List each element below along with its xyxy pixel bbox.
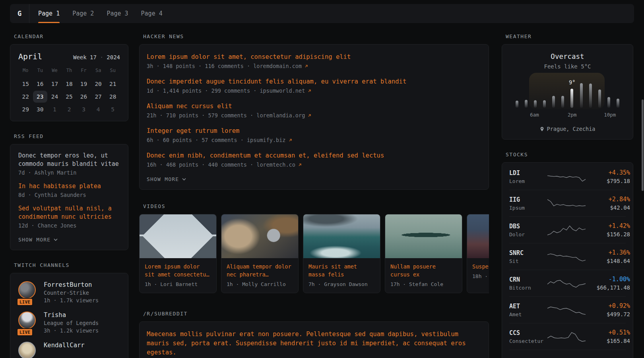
hacker-news-item: Donec enim nibh, condimentum et accumsan… [147,152,481,168]
video-card[interactable]: Aliquam tempor dolor nec pharetra…1h · M… [221,214,299,293]
hacker-news-item-title[interactable]: Aliquam nec cursus elit [147,102,481,111]
stock-price: $42.04 [586,204,630,211]
stock-change: +1.42% [586,222,630,230]
hacker-news-widget: HACKER NEWS Lorem ipsum dolor sit amet, … [139,33,489,190]
twitch-section-title: TWITCH CHANNELS [14,262,128,268]
hacker-news-item-meta: 1d · 1,414 points · 299 comments · ipsum… [147,88,481,94]
rss-card: Donec tempor eros leo, ut commodo mauris… [10,144,128,250]
stock-name: Consectetur [509,338,547,344]
stock-values: +1.42%$156.28 [586,222,630,237]
external-link-icon [288,138,293,142]
rss-item-meta: 7d · Ashlyn Martin [18,169,120,176]
calendar-day: 26 [76,91,91,103]
weather-bar [543,100,546,108]
channel-info: ForrestBurtonCounter-Strike1h · 1.7k vie… [44,281,99,304]
tab-page-1[interactable]: Page 1 [38,4,60,23]
stock-row[interactable]: DBSDolor+1.42%$156.28 [509,216,626,243]
daylight-highlight-zone [529,73,605,109]
stock-id: CCSConsectetur [509,329,547,344]
stock-id: AETAmet [509,303,547,317]
hacker-news-item-title[interactable]: Integer eget rutrum lorem [147,127,481,135]
hacker-news-item-meta: 21h · 710 points · 579 comments · loreml… [147,112,481,119]
weather-time-label: 10pm [604,112,616,118]
stock-row[interactable]: AETAmet+0.92%$499.72 [509,296,626,323]
stock-row[interactable]: LDILorem+4.35%$795.18 [509,163,626,190]
rss-item-title[interactable]: In hac habitasse platea [18,182,120,191]
calendar-day: 3 [76,103,91,115]
hacker-news-item: Donec imperdiet augue tincidunt felis al… [147,78,481,94]
video-thumbnail [303,214,380,258]
tab-page-2[interactable]: Page 2 [72,4,94,23]
hacker-news-item-meta-text: 16h · 468 points · 440 comments · loremt… [147,161,295,168]
hacker-news-item-title[interactable]: Donec imperdiet augue tincidunt felis al… [147,78,481,86]
sparkline-svg [547,330,586,343]
sparkline-svg [547,303,586,317]
rss-section-title: RSS FEED [14,133,128,139]
calendar-day: 22 [18,91,33,103]
avatar-wrap: LIVE [18,311,37,334]
calendar-day-name: Th [62,68,77,77]
stock-name: Amet [509,311,547,317]
video-meta: 17h · Stefan Cole [390,281,457,287]
stock-sparkline [547,223,586,237]
video-card[interactable]: Lorem ipsum dolor sit amet consectetu…1h… [139,214,217,293]
tab-page-3[interactable]: Page 3 [107,4,128,23]
hacker-news-item-title[interactable]: Donec enim nibh, condimentum et accumsan… [147,152,481,160]
rss-item-meta: 12d · Chance Jones [18,222,120,229]
video-card-row: Lorem ipsum dolor sit amet consectetu…1h… [139,214,489,293]
weather-bar [552,96,555,108]
left-column: CALENDAR April Week 17 · 2024 MoTuWeThFr… [10,33,128,358]
channel-name: Trisha [44,311,99,319]
twitch-channel-row[interactable]: LIVEForrestBurtonCounter-Strike1h · 1.7k… [18,281,120,304]
calendar-day: 30 [33,103,48,115]
page-tabs: Page 1Page 2Page 3Page 4 [29,4,163,23]
weather-bar [580,83,583,108]
stock-sparkline [547,356,586,358]
calendar-week: Week 17 · 2024 [73,54,120,60]
rss-item: Sed volutpat nulla nisl, a condimentum n… [18,204,120,229]
video-card[interactable]: Mauris sit amet massa felis7h · Grayson … [303,214,380,293]
top-nav: G Page 1Page 2Page 3Page 4 [10,4,634,23]
subreddit-widget: /R/SUBREDDIT Maecenas mollis pulvinar er… [139,311,489,358]
sparkline-svg [547,276,586,290]
stock-row[interactable]: SNRCSit+1.36%$148.64 [509,243,626,270]
stock-id: IIGIpsum [509,196,547,211]
stock-row[interactable]: IIGIpsum+2.84%$42.04 [509,190,626,216]
stock-row[interactable]: CRNBitcorn-1.00%$66,171.48 [509,270,626,296]
tab-page-4[interactable]: Page 4 [141,4,163,23]
weather-time-label: 6am [530,112,539,118]
stock-price: $156.28 [586,231,630,237]
live-badge: LIVE [17,298,33,306]
video-card[interactable]: Nullam posuere cursus ex17h · Stefan Col… [385,214,462,293]
scrollbar[interactable] [642,99,644,191]
calendar-day: 2 [62,103,77,115]
video-title: Lorem ipsum dolor sit amet consectetu… [145,263,211,278]
twitch-channel-row[interactable]: LIVETrishaLeague of Legends3h · 1.2k vie… [18,311,120,334]
twitch-channel-row[interactable]: KendallCarr [18,342,120,358]
video-card-body: Lorem ipsum dolor sit amet consectetu…1h… [140,258,216,293]
calendar-year: 2024 [107,54,120,60]
stock-symbol: CCS [509,329,547,337]
subreddit-post-title[interactable]: Maecenas mollis pulvinar erat non posuer… [147,330,481,357]
app-logo[interactable]: G [10,4,29,23]
hacker-news-item-title[interactable]: Lorem ipsum dolor sit amet, consectetur … [147,53,481,61]
rss-item-title[interactable]: Donec tempor eros leo, ut commodo mauris… [18,152,120,168]
video-title: Mauris sit amet massa felis [308,263,375,278]
stock-symbol: DBS [509,223,547,230]
video-card[interactable]: Suspendisse diam18h · Tara [467,214,489,293]
weather-section-title: WEATHER [506,33,633,39]
calendar-day: 27 [91,91,106,103]
weather-card: Overcast Feels like 5°C 9° 6am2pm10pm Pr… [502,44,633,140]
stock-name: Sit [509,258,547,264]
rss-show-more-button[interactable]: SHOW MORE [18,237,120,243]
avatar [18,342,36,358]
stock-row[interactable]: AHS+0.46% [509,350,626,358]
twitch-widget: TWITCH CHANNELS LIVEForrestBurtonCounter… [10,262,128,358]
rss-item-title[interactable]: Sed volutpat nulla nisl, a condimentum n… [18,204,120,221]
calendar-day: 24 [47,91,62,103]
avatar-wrap [18,342,37,358]
stock-sparkline [547,276,586,290]
stock-row[interactable]: CCSConsectetur+0.51%$165.84 [509,323,626,350]
hacker-news-show-more-button[interactable]: SHOW MORE [147,176,481,182]
weather-feels-like: Feels like 5°C [510,63,625,70]
